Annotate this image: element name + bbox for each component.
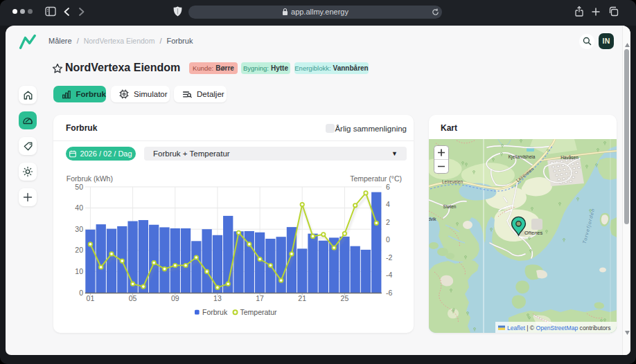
svg-text:17: 17 bbox=[256, 294, 264, 302]
svg-text:Leaflet | © OpenStreetMap cont: Leaflet | © OpenStreetMap contributors bbox=[507, 325, 611, 331]
svg-text:Temperatur: Temperatur bbox=[240, 308, 278, 316]
svg-text:Havåsen: Havåsen bbox=[560, 155, 578, 160]
svg-text:01: 01 bbox=[87, 294, 95, 302]
svg-text:Leireveien: Leireveien bbox=[442, 179, 463, 184]
svg-text:0: 0 bbox=[386, 235, 390, 244]
svg-text:4: 4 bbox=[386, 200, 390, 208]
svg-text:05: 05 bbox=[129, 294, 137, 302]
svg-text:Kjellandsheia: Kjellandsheia bbox=[509, 154, 536, 160]
svg-text:30: 30 bbox=[75, 225, 83, 233]
svg-text:40: 40 bbox=[75, 203, 83, 212]
svg-text:21: 21 bbox=[298, 294, 306, 302]
svg-text:10: 10 bbox=[75, 267, 83, 275]
svg-text:20: 20 bbox=[75, 246, 83, 254]
svg-text:dvik: dvik bbox=[429, 217, 436, 221]
svg-text:25: 25 bbox=[341, 294, 349, 302]
svg-text:Stølen: Stølen bbox=[443, 204, 457, 209]
svg-text:6: 6 bbox=[386, 183, 390, 191]
svg-text:Forbruk: Forbruk bbox=[202, 308, 228, 316]
svg-text:-2: -2 bbox=[386, 253, 392, 262]
svg-text:2: 2 bbox=[386, 218, 390, 226]
svg-text:50: 50 bbox=[75, 183, 83, 191]
svg-text:13: 13 bbox=[213, 294, 222, 302]
svg-text:Temperatur (°C): Temperatur (°C) bbox=[350, 174, 402, 183]
svg-text:-4: -4 bbox=[386, 271, 392, 279]
svg-text:Forbruk (kWh): Forbruk (kWh) bbox=[67, 174, 113, 183]
svg-text:09: 09 bbox=[171, 294, 179, 302]
svg-text:0: 0 bbox=[79, 289, 83, 297]
svg-text:-6: -6 bbox=[386, 289, 392, 297]
